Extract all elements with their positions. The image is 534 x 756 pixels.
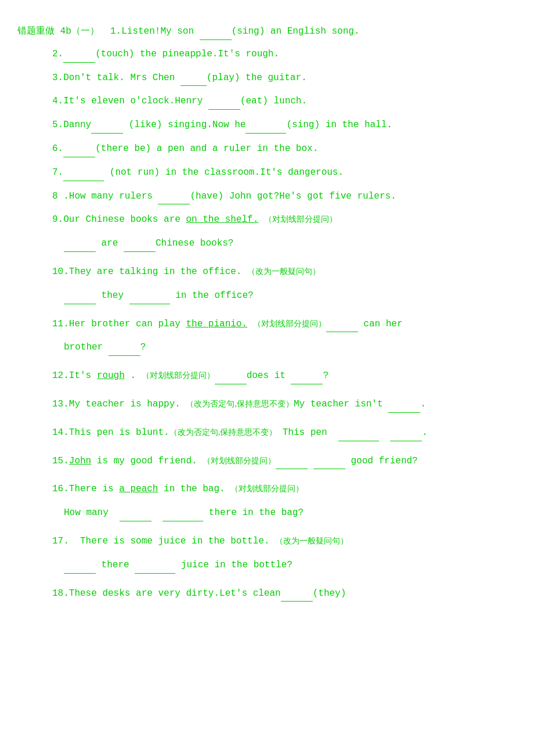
question-2: 2.(touch) the pineapple.It's rough.: [52, 46, 517, 63]
blank-6: [63, 147, 95, 157]
question-10: 10.They are talking in the office. （改为一般…: [52, 264, 517, 280]
page-content: 错题重做 4b（一） 1.Listen!My son (sing) an Eng…: [17, 23, 517, 602]
question-7: 7. (not run) in the classroom.It's dange…: [52, 164, 517, 181]
blank-14b: [390, 431, 422, 441]
underline-15: John: [69, 456, 91, 466]
underline-9: on the shelf.: [186, 214, 258, 225]
blank-7: [63, 171, 104, 181]
blank-15a: [276, 459, 308, 469]
question-5: 5.Danny (like) singing.Now he(sing) in t…: [52, 117, 517, 134]
blank-12b: [291, 374, 323, 384]
question-11-sub: brother ?: [64, 339, 517, 356]
blank-10b: [129, 294, 170, 304]
blank-3: [181, 75, 207, 86]
blank-14a: [338, 431, 379, 441]
blank-11a: [326, 322, 358, 332]
blank-16b: [163, 511, 203, 521]
underline-12: rough: [97, 370, 125, 381]
blank-10a: [64, 294, 96, 304]
blank-8: [158, 194, 190, 204]
blank-17b: [135, 563, 175, 574]
blank-9b: [124, 242, 156, 252]
question-12: 12.It's rough . （对划线部分提问）does it ?: [52, 368, 517, 384]
question-15: 15.John is my good friend. （对划线部分提问） goo…: [52, 453, 517, 470]
question-11: 11.Her brother can play the pianio. （对划线…: [52, 316, 517, 333]
question-10-sub: they in the office?: [64, 287, 517, 304]
page-title: 错题重做 4b（一） 1.Listen!My son (sing) an Eng…: [17, 23, 517, 40]
question-9: 9.Our Chinese books are on the shelf. （对…: [52, 211, 517, 228]
blank-5a: [91, 123, 123, 134]
blank-15b: [313, 459, 345, 469]
blank-4: [208, 99, 240, 110]
blank-9a: [64, 242, 96, 252]
question-9-sub: are Chinese books?: [64, 235, 517, 252]
blank-12a: [215, 374, 247, 384]
question-17-sub: there juice in the bottle?: [64, 557, 517, 574]
blank-13: [388, 402, 420, 413]
question-16: 16.There is a peach in the bag. （对划线部分提问…: [52, 481, 517, 498]
question-8: 8 .How many rulers (have) John got?He's …: [52, 188, 517, 205]
question-17: 17. There is some juice in the bottle. （…: [52, 533, 517, 550]
underline-16: a peach: [119, 484, 158, 494]
blank-5b: [246, 123, 286, 134]
question-3: 3.Don't talk. Mrs Chen (play) the guitar…: [52, 70, 517, 87]
question-13: 13.My teacher is happy. （改为否定句,保持意思不变）My…: [52, 396, 517, 413]
question-4: 4.It's eleven o'clock.Henry (eat) lunch.: [52, 93, 517, 110]
question-6: 6.(there be) a pen and a ruler in the bo…: [52, 141, 517, 157]
blank-17a: [64, 563, 96, 574]
blank-11b: [109, 345, 140, 356]
blank-16a: [120, 511, 151, 521]
blank-2: [63, 52, 95, 63]
blank-1: [200, 30, 232, 40]
question-16-sub: How many there in the bag?: [64, 505, 517, 521]
question-18: 18.These desks are very dirty.Let's clea…: [52, 585, 517, 602]
question-14: 14.This pen is blunt.（改为否定句,保持意思不变） This…: [52, 424, 517, 441]
underline-11: the pianio.: [186, 319, 247, 329]
blank-18: [281, 591, 313, 602]
